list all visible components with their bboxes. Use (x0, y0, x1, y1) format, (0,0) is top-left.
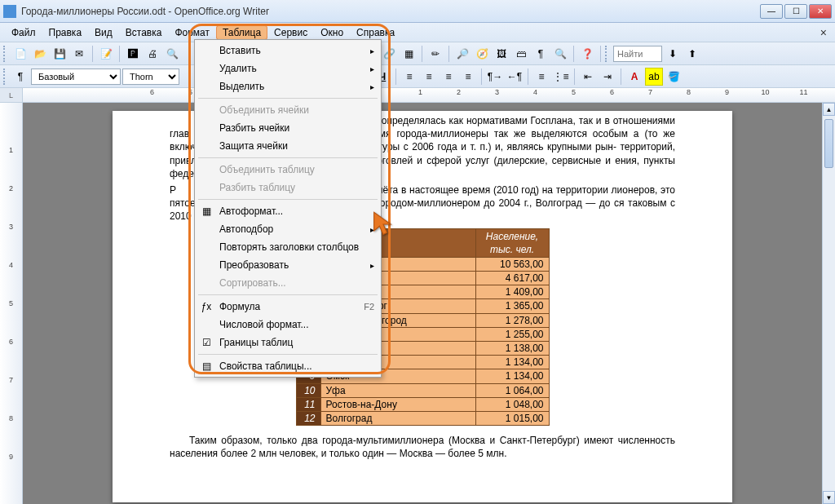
find-prev-icon[interactable]: ⬆ (683, 45, 701, 63)
menu-file[interactable]: Файл (5, 25, 42, 40)
maximize-button[interactable]: ☐ (784, 4, 807, 19)
menu-help[interactable]: Справка (350, 25, 401, 40)
menu-format[interactable]: Формат (168, 25, 216, 40)
rtl-icon[interactable]: ←¶ (506, 68, 524, 86)
find-toolbar: ⬇ ⬆ (613, 45, 701, 63)
indent-increase-icon[interactable]: ⇥ (599, 68, 616, 86)
menu-item-вставить[interactable]: Вставить▸ (197, 42, 379, 60)
open-icon[interactable]: 📂 (31, 45, 49, 63)
navigator-icon[interactable]: 🧭 (473, 45, 491, 63)
population: 1 064,00 (475, 383, 549, 397)
table-row[interactable]: 10Уфа1 064,00 (296, 383, 549, 397)
align-left-icon[interactable]: ≡ (400, 68, 418, 86)
save-icon[interactable]: 💾 (51, 45, 68, 63)
indent-decrease-icon[interactable]: ⇤ (579, 68, 597, 86)
scroll-up-icon[interactable]: ▲ (823, 103, 835, 116)
menu-item-выделить[interactable]: Выделить▸ (197, 77, 379, 95)
document-area: 123456789 ния определялась как норматива… (0, 103, 835, 504)
find-next-icon[interactable]: ⬇ (664, 45, 682, 63)
row-index: 12 (296, 411, 320, 425)
menubar: Файл Правка Вид Вставка Формат Таблица С… (0, 23, 835, 42)
menu-icon: ▤ (200, 360, 213, 373)
toolbar-handle[interactable] (3, 46, 7, 62)
city-name: Волгоград (320, 411, 475, 425)
align-center-icon[interactable]: ≡ (420, 68, 438, 86)
table-header: Население, тыс. чел. (475, 228, 549, 257)
population: 4 617,00 (475, 272, 549, 285)
email-icon[interactable]: ✉ (70, 45, 88, 63)
menu-item-разбить-таблицу: Разбить таблицу (197, 179, 379, 197)
ruler-h-scale[interactable]: 6543211234567891011121314 (23, 88, 835, 102)
menu-view[interactable]: Вид (88, 25, 119, 40)
font-color-icon[interactable]: A (625, 68, 643, 86)
help-icon[interactable]: ❓ (578, 45, 596, 63)
population: 1 015,00 (475, 411, 549, 425)
find-icon[interactable]: 🔎 (453, 45, 471, 63)
population: 1 278,00 (475, 313, 549, 327)
document-scroll[interactable]: ния определялась как нормативами Госплан… (23, 103, 835, 504)
edit-icon[interactable]: 📝 (97, 45, 115, 63)
styles-icon[interactable]: ¶ (11, 68, 29, 86)
population: 1 409,00 (475, 285, 549, 299)
city-name: Уфа (320, 383, 475, 397)
minimize-button[interactable]: — (760, 4, 783, 19)
new-icon[interactable]: 📄 (11, 45, 29, 63)
datasource-icon[interactable]: 🗃 (512, 45, 530, 63)
menu-item-числовой-формат-[interactable]: Числовой формат... (197, 316, 379, 334)
table-row[interactable]: 12Волгоград1 015,00 (296, 411, 549, 425)
menu-item-удалить[interactable]: Удалить▸ (197, 60, 379, 77)
menu-item-защита-ячейки[interactable]: Защита ячейки (197, 137, 379, 155)
find-input[interactable] (613, 46, 662, 62)
population: 1 365,00 (475, 299, 549, 313)
menu-item-преобразовать[interactable]: Преобразовать▸ (197, 256, 379, 274)
hyperlink-icon[interactable]: 🔗 (380, 45, 398, 63)
population: 1 134,00 (475, 356, 549, 369)
pdf-icon[interactable]: 🅿 (124, 45, 142, 63)
paragraph-style-select[interactable]: Базовый (31, 69, 121, 85)
menu-table[interactable]: Таблица (216, 25, 267, 40)
numbering-icon[interactable]: ≡ (532, 68, 550, 86)
bullets-icon[interactable]: ⋮≡ (552, 68, 570, 86)
titlebar: Города-миллионеры России.odt - OpenOffic… (0, 0, 835, 23)
ltr-icon[interactable]: ¶→ (486, 68, 504, 86)
draw-icon[interactable]: ✏ (426, 45, 444, 63)
close-button[interactable]: ✕ (809, 4, 832, 19)
font-name-select[interactable]: Thorn (122, 69, 179, 85)
row-index: 10 (296, 383, 320, 397)
highlight-icon[interactable]: ab (645, 68, 663, 86)
menu-item-границы-таблиц[interactable]: ☑Границы таблиц (197, 334, 379, 351)
menu-item-автоподбор[interactable]: Автоподбор▸ (197, 220, 379, 238)
bgcolor-icon[interactable]: 🪣 (665, 68, 683, 86)
toolbar-handle-3[interactable] (3, 69, 7, 85)
preview-icon[interactable]: 🔍 (163, 45, 181, 63)
menu-item-автоформат-[interactable]: ▦Автоформат... (197, 202, 379, 220)
menu-item-формула[interactable]: ƒxФормулаF2 (197, 298, 379, 316)
align-right-icon[interactable]: ≡ (440, 68, 457, 86)
vertical-ruler[interactable]: 123456789 (0, 103, 23, 504)
gallery-icon[interactable]: 🖼 (493, 45, 510, 63)
menu-insert[interactable]: Вставка (119, 25, 169, 40)
row-index: 11 (296, 397, 320, 411)
vertical-scrollbar[interactable]: ▲ ▼ (822, 103, 835, 504)
scroll-down-icon[interactable]: ▼ (823, 491, 835, 504)
print-icon[interactable]: 🖨 (144, 45, 161, 63)
menu-item-сортировать-: Сортировать... (197, 274, 379, 292)
menu-edit[interactable]: Правка (42, 25, 89, 40)
menu-item-свойства-таблицы-[interactable]: ▤Свойства таблицы... (197, 357, 379, 375)
align-justify-icon[interactable]: ≡ (459, 68, 477, 86)
app-icon (3, 5, 16, 18)
menu-window[interactable]: Окно (314, 25, 350, 40)
menu-tools[interactable]: Сервис (267, 25, 314, 40)
toolbar-handle-2[interactable] (605, 46, 608, 62)
scroll-thumb[interactable] (824, 119, 833, 168)
population: 1 048,00 (475, 397, 549, 411)
close-document-button[interactable]: × (817, 26, 830, 39)
table-row[interactable]: 11Ростов-на-Дону1 048,00 (296, 397, 549, 411)
table-icon[interactable]: ▦ (400, 45, 418, 63)
menu-item-объединить-ячейки: Объединить ячейки (197, 101, 379, 119)
nonprint-icon[interactable]: ¶ (532, 45, 550, 63)
zoom-icon[interactable]: 🔍 (551, 45, 569, 63)
table-menu-dropdown: Вставить▸Удалить▸Выделить▸Объединить яче… (194, 39, 382, 378)
menu-item-повторять-заголовки-столбцов[interactable]: Повторять заголовки столбцов (197, 238, 379, 256)
menu-item-разбить-ячейки[interactable]: Разбить ячейки (197, 119, 379, 137)
